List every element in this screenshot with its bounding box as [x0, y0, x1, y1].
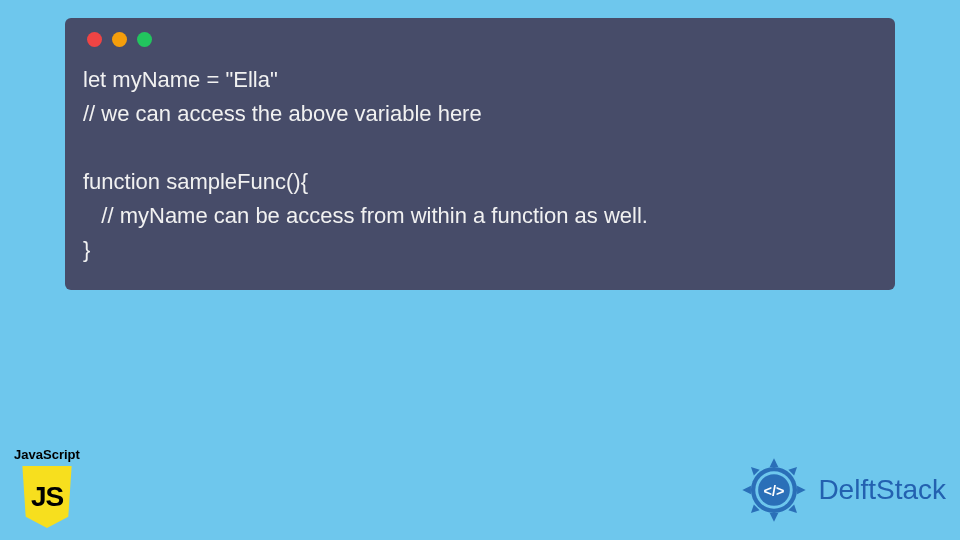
code-content: let myName = "Ella" // we can access the… [83, 63, 877, 268]
code-window: let myName = "Ella" // we can access the… [65, 18, 895, 290]
javascript-label: JavaScript [12, 447, 82, 462]
maximize-icon [137, 32, 152, 47]
javascript-logo: JavaScript JS [12, 447, 82, 528]
javascript-shield-icon: JS [19, 466, 75, 528]
svg-text:</>: </> [764, 483, 785, 499]
javascript-shield-text: JS [31, 481, 63, 513]
window-traffic-lights [83, 32, 877, 47]
close-icon [87, 32, 102, 47]
minimize-icon [112, 32, 127, 47]
delftstack-brand-text: DelftStack [818, 474, 946, 506]
delftstack-logo: </> DelftStack [738, 454, 946, 526]
gear-icon: </> [738, 454, 810, 526]
